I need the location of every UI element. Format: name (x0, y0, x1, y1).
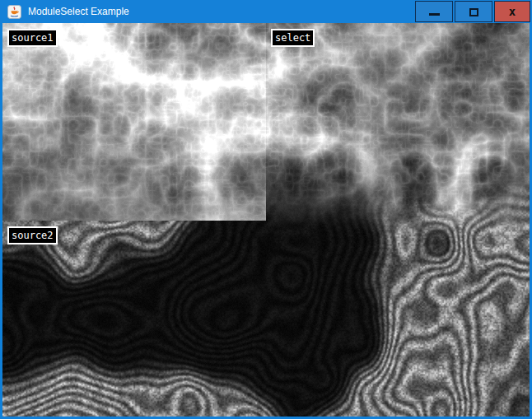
tile-label-select: select (271, 29, 315, 47)
titlebar[interactable]: ModuleSelect Example x (0, 0, 532, 23)
close-button[interactable]: x (494, 1, 530, 22)
maximize-button[interactable] (455, 1, 492, 22)
java-coffee-cup-icon (7, 5, 21, 19)
tile-label-source2: source2 (7, 226, 58, 244)
tile-label-source1: source1 (7, 29, 58, 47)
maximize-icon (469, 8, 478, 16)
close-icon: x (509, 6, 516, 17)
app-window: ModuleSelect Example x source1selectsour… (0, 0, 532, 419)
window-title: ModuleSelect Example (28, 6, 129, 17)
render-area: source1selectsource2 (2, 23, 530, 417)
minimize-button[interactable] (415, 1, 453, 22)
window-controls: x (415, 1, 530, 22)
noise-canvas (2, 23, 530, 417)
minimize-icon (429, 13, 440, 16)
